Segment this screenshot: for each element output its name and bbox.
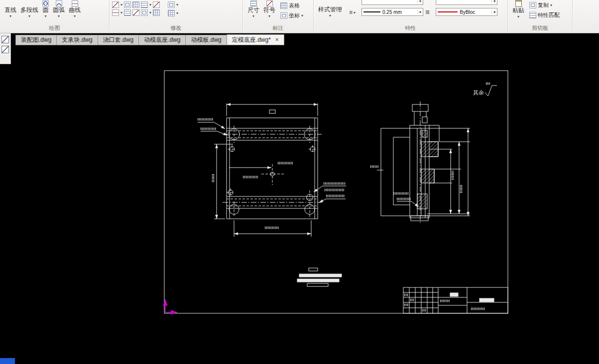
linetype-select[interactable]: ▾ <box>436 0 497 5</box>
chevron-down-icon[interactable]: ▾ <box>9 14 11 18</box>
file-tab-4[interactable]: 动模底座.dwg <box>138 35 186 45</box>
dimension-tool-button[interactable]: 尺寸 ▾ <box>245 0 261 18</box>
line-tool-button[interactable]: 直线 ▾ <box>2 0 18 18</box>
ribbon-panel-draw: 直线 ▾ 多段线 ▾ 圆 ▾ 圆弧 ▾ <box>0 0 110 33</box>
paste-label: 粘贴 <box>512 7 524 14</box>
menu-icon: ≡ <box>349 9 353 16</box>
erase-icon[interactable] <box>112 9 119 16</box>
clipboard-panel-label: 剪切板 <box>508 24 572 33</box>
chevron-down-icon[interactable]: ▾ <box>301 13 303 18</box>
color-sample <box>438 11 458 12</box>
chevron-down-icon[interactable]: ▾ <box>550 3 552 7</box>
move-icon[interactable] <box>112 1 119 8</box>
tab-label: 动模板.dwg <box>191 36 221 44</box>
rotate-icon[interactable] <box>153 1 160 8</box>
array-icon[interactable] <box>132 1 139 8</box>
offset-icon[interactable] <box>124 9 131 16</box>
detail-geometry[interactable] <box>297 268 342 286</box>
roughness-note: 其余 <box>473 84 497 96</box>
modify-extra-1[interactable]: ▾ <box>168 1 178 8</box>
plan-view-geometry[interactable] <box>198 103 346 237</box>
circle-icon <box>42 0 49 6</box>
tab-label: 动模底座.dwg <box>144 36 180 44</box>
file-tab-6-active[interactable]: 定模底座.dwg* × <box>227 34 284 45</box>
chevron-down-icon[interactable]: ▾ <box>74 14 76 18</box>
color-select[interactable]: ByBloc ▾ <box>436 8 497 16</box>
spline-icon <box>72 0 78 6</box>
document-tab-bar: 装配图.dwg 支承块.dwg 浇口套.dwg 动模底座.dwg 动模板.dwg… <box>0 34 599 45</box>
trim-icon[interactable] <box>132 9 139 16</box>
lineweight-list-icon[interactable]: ≣ <box>425 9 430 15</box>
chevron-down-icon[interactable]: ▾ <box>417 0 421 3</box>
sheet-icon[interactable] <box>1 36 9 43</box>
copy-icon <box>529 2 536 8</box>
file-tab-3[interactable]: 浇口套.dwg <box>98 35 139 45</box>
paste-button[interactable]: 粘贴 ▾ <box>510 0 526 19</box>
ribbon-panel-modify: ▾ ▾ ▾ ▾ <box>110 0 243 33</box>
title-block[interactable] <box>403 287 508 313</box>
symbol-tool-button[interactable]: 符号 ▾ <box>261 0 277 18</box>
chevron-down-icon[interactable]: ▾ <box>58 14 60 18</box>
annotate-panel-body: 尺寸 ▾ 符号 ▾ 表格 坐标 ▾ <box>243 0 313 24</box>
chevron-down-icon[interactable]: ▾ <box>120 10 122 15</box>
chevron-down-icon[interactable]: ▾ <box>329 13 331 18</box>
arc-tool-button[interactable]: 圆弧 ▾ <box>51 0 67 18</box>
status-bar-corner <box>0 358 15 364</box>
linetype-menu-button[interactable]: ≡ ▾ <box>349 9 356 16</box>
file-tab-5[interactable]: 动模板.dwg <box>185 35 227 45</box>
tab-label: 浇口套.dwg <box>103 36 133 44</box>
spline-tool-button[interactable]: 曲线 ▾ <box>67 0 83 18</box>
layer-select[interactable]: ▾ <box>361 0 423 5</box>
chevron-down-icon[interactable]: ▾ <box>176 2 178 7</box>
chevron-down-icon[interactable]: ▾ <box>149 10 151 15</box>
copy-label: 复制 <box>538 1 549 9</box>
mirror-icon[interactable] <box>141 1 148 8</box>
polyline-tool-label: 多段线 <box>20 6 38 14</box>
match-properties-button[interactable]: 特性匹配 <box>529 11 560 19</box>
lineweight-select[interactable]: 0.25 mm ▾ <box>361 8 423 16</box>
chevron-down-icon: ▾ <box>354 10 356 15</box>
chevron-down-icon[interactable]: ▾ <box>491 10 495 14</box>
circle-tool-button[interactable]: 圆 ▾ <box>40 0 51 18</box>
fillet-icon[interactable] <box>153 9 160 16</box>
ribbon: 直线 ▾ 多段线 ▾ 圆 ▾ 圆弧 ▾ <box>0 0 599 33</box>
spline-tool-label: 曲线 <box>69 6 81 14</box>
file-tab-1[interactable]: 装配图.dwg <box>15 35 57 45</box>
chevron-down-icon[interactable]: ▾ <box>268 14 270 18</box>
dimension-label: 尺寸 <box>247 6 259 14</box>
chevron-down-icon[interactable]: ▾ <box>252 14 254 18</box>
match-properties-label: 特性匹配 <box>538 11 560 19</box>
properties-panel-body: 样式管理 ▾ ≡ ▾ ▾ 0.25 mm ▾ ≣ <box>314 0 507 24</box>
polyline-tool-button[interactable]: 多段线 ▾ <box>18 0 40 18</box>
chevron-down-icon[interactable]: ▾ <box>517 14 519 19</box>
modify-panel-label: 修改 <box>110 24 242 33</box>
copy-icon[interactable] <box>124 1 131 8</box>
chevron-down-icon[interactable]: ▾ <box>44 14 46 18</box>
ucs-icon <box>165 299 177 312</box>
tab-label: 支承块.dwg <box>62 36 92 44</box>
modify-panel-body: ▾ ▾ ▾ ▾ <box>110 0 242 24</box>
chevron-down-icon[interactable]: ▾ <box>417 10 421 14</box>
modify-extra-2[interactable]: ▾ <box>168 10 178 16</box>
layout-icon[interactable] <box>1 46 9 53</box>
close-icon[interactable]: × <box>275 37 279 43</box>
annotate-panel-label: 标注 <box>243 24 313 33</box>
style-manager-label: 样式管理 <box>318 6 342 13</box>
modify-row-2: ▾ ▾ <box>112 9 160 16</box>
modify-row-1: ▾ ▾ <box>112 1 160 8</box>
chevron-down-icon[interactable]: ▾ <box>120 2 122 7</box>
section-view-geometry[interactable] <box>370 101 470 223</box>
drawing-svg[interactable]: 其余 <box>0 45 599 364</box>
style-manager-button[interactable]: 样式管理 ▾ <box>316 6 344 18</box>
model-space-canvas[interactable]: 其余 <box>0 45 599 364</box>
properties-panel-label: 特性 <box>314 24 507 33</box>
chevron-down-icon[interactable]: ▾ <box>491 0 495 3</box>
coordinate-tool-button[interactable]: 坐标 ▾ <box>280 12 303 19</box>
chevron-down-icon[interactable]: ▾ <box>176 11 178 15</box>
chevron-down-icon[interactable]: ▾ <box>28 14 30 18</box>
file-tab-2[interactable]: 支承块.dwg <box>56 35 98 45</box>
chevron-down-icon[interactable]: ▾ <box>149 2 151 7</box>
table-tool-button[interactable]: 表格 <box>280 2 303 9</box>
scale-icon[interactable] <box>141 9 148 16</box>
copy-button[interactable]: 复制 ▾ <box>529 1 560 9</box>
